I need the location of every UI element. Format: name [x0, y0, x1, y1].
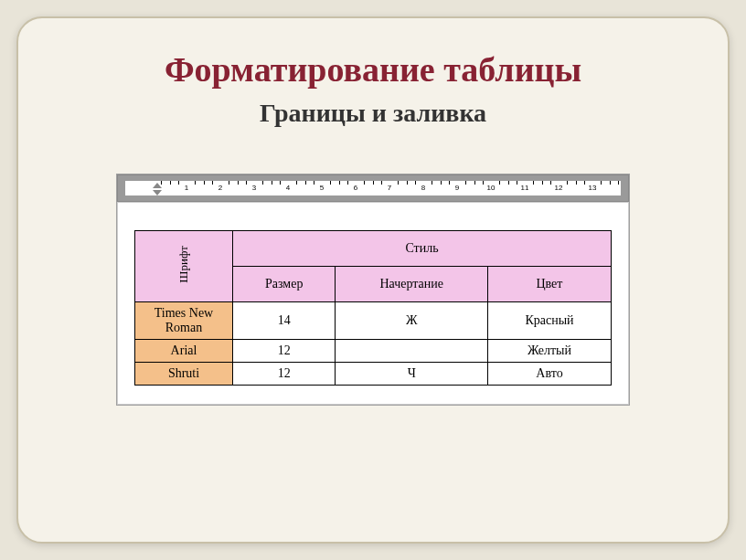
ruler-number: 11	[521, 184, 529, 192]
slide-subtitle: Границы и заливка	[37, 99, 709, 128]
font-column-header: Шрифт	[135, 231, 233, 302]
size-header: Размер	[233, 266, 336, 301]
ruler-container: 1234567891011121314	[117, 174, 629, 202]
style-cell	[336, 339, 488, 362]
document-area: 1234567891011121314 Шрифт Стиль Размер Н…	[116, 174, 630, 406]
color-header: Цвет	[487, 266, 611, 301]
color-cell: Авто	[487, 362, 611, 385]
ruler-number: 4	[286, 184, 290, 192]
ruler-number: 7	[388, 184, 391, 192]
indent-marker-bottom	[153, 190, 162, 195]
style-cell: Ж	[336, 301, 488, 339]
ruler-number: 12	[555, 184, 563, 192]
table-row: Shruti 12 Ч Авто	[135, 362, 612, 385]
style-header: Начертание	[336, 266, 488, 301]
font-name-cell: Arial	[135, 339, 233, 362]
color-cell: Красный	[487, 301, 611, 339]
size-cell: 14	[233, 301, 336, 339]
table-row: Times New Roman 14 Ж Красный	[135, 301, 612, 339]
ruler-number: 2	[218, 184, 222, 192]
document-page: Шрифт Стиль Размер Начертание Цвет Times…	[117, 202, 629, 405]
ruler-number: 1	[185, 184, 188, 192]
font-name-cell: Times New Roman	[135, 301, 233, 339]
horizontal-ruler: 1234567891011121314	[125, 181, 621, 195]
table-row: Arial 12 Желтый	[135, 339, 612, 362]
font-header-label: Шрифт	[176, 235, 191, 294]
slide-title: Форматирование таблицы	[37, 49, 709, 90]
ruler-number: 9	[455, 184, 459, 192]
color-cell: Желтый	[487, 339, 611, 362]
style-group-header: Стиль	[233, 231, 612, 267]
ruler-number: 3	[252, 184, 256, 192]
ruler-number: 8	[421, 184, 425, 192]
font-name-cell: Shruti	[135, 362, 233, 385]
ruler-number: 10	[487, 184, 496, 192]
style-cell: Ч	[336, 362, 488, 385]
size-cell: 12	[233, 362, 336, 385]
slide-frame: Форматирование таблицы Границы и заливка…	[16, 16, 730, 544]
size-cell: 12	[233, 339, 336, 362]
ruler-number: 5	[320, 184, 324, 192]
table-header-row: Шрифт Стиль	[135, 231, 612, 267]
ruler-number: 13	[589, 184, 597, 192]
ruler-number: 6	[354, 184, 357, 192]
formatting-table: Шрифт Стиль Размер Начертание Цвет Times…	[134, 230, 612, 386]
